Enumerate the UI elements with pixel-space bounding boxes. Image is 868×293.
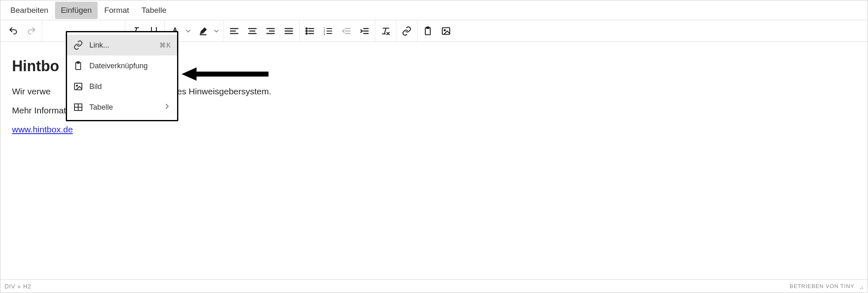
dropdown-item-image[interactable]: Bild	[67, 76, 177, 97]
insert-dropdown: Link... ⌘K Dateiverknüpfung Bild Tabelle	[66, 31, 178, 121]
chevron-right-icon	[163, 102, 171, 113]
dropdown-shortcut: ⌘K	[159, 41, 171, 49]
link-button[interactable]	[399, 23, 415, 39]
outdent-icon	[341, 26, 351, 36]
highlight-icon	[198, 26, 208, 36]
indent-button[interactable]	[357, 23, 372, 39]
dropdown-label: Link...	[89, 41, 153, 50]
paste-button[interactable]	[420, 23, 436, 39]
content-link[interactable]: www.hintbox.de	[12, 125, 73, 134]
menu-bar: Bearbeiten Einfügen Format Tabelle	[0, 0, 868, 20]
undo-button[interactable]	[5, 23, 21, 39]
align-justify-button[interactable]	[281, 23, 297, 39]
image-icon	[73, 81, 84, 92]
element-path[interactable]: DIV » H2	[5, 283, 31, 290]
svg-point-47	[77, 85, 78, 86]
chevron-down-icon	[185, 27, 192, 35]
svg-text:2: 2	[324, 30, 325, 33]
align-right-button[interactable]	[263, 23, 278, 39]
powered-by-label: BETRIEBEN VON TINY	[790, 283, 854, 289]
editor-container: Bearbeiten Einfügen Format Tabelle	[0, 0, 868, 293]
bullet-list-button[interactable]	[302, 23, 318, 39]
text-color-dropdown[interactable]	[184, 23, 193, 39]
outdent-button[interactable]	[338, 23, 354, 39]
align-left-button[interactable]	[226, 23, 242, 39]
menu-table[interactable]: Tabelle	[136, 2, 172, 19]
svg-point-43	[444, 29, 446, 31]
svg-rect-46	[74, 83, 82, 90]
redo-button[interactable]	[24, 23, 39, 39]
bullet-list-icon	[305, 26, 315, 36]
highlight-button[interactable]	[195, 23, 211, 39]
table-icon	[73, 102, 84, 113]
image-icon	[441, 26, 451, 36]
menu-insert[interactable]: Einfügen	[55, 2, 98, 19]
dropdown-label: Dateiverknüpfung	[89, 62, 171, 70]
dropdown-item-table[interactable]: Tabelle	[67, 97, 177, 118]
chevron-down-icon	[213, 27, 220, 35]
align-right-icon	[266, 26, 276, 36]
svg-text:1: 1	[324, 27, 325, 30]
menu-edit[interactable]: Bearbeiten	[5, 2, 54, 19]
redo-icon	[26, 26, 36, 36]
svg-text:3: 3	[324, 33, 325, 36]
clear-format-icon	[381, 26, 391, 36]
svg-rect-42	[442, 28, 450, 34]
link-icon	[402, 26, 412, 36]
align-left-icon	[229, 26, 239, 36]
menu-format[interactable]: Format	[98, 2, 135, 19]
resize-grip-icon[interactable]	[857, 283, 863, 290]
undo-icon	[8, 26, 18, 36]
highlight-dropdown[interactable]	[212, 23, 221, 39]
align-center-icon	[247, 26, 257, 36]
dropdown-label: Tabelle	[89, 103, 157, 112]
paste-icon	[73, 60, 84, 71]
link-icon	[73, 40, 84, 50]
image-button[interactable]	[438, 23, 454, 39]
clear-format-button[interactable]	[378, 23, 393, 39]
status-bar: DIV » H2 BETRIEBEN VON TINY	[0, 279, 868, 293]
dropdown-item-file-link[interactable]: Dateiverknüpfung	[67, 55, 177, 76]
svg-point-21	[306, 33, 307, 34]
svg-rect-6	[200, 34, 206, 35]
paste-icon	[423, 26, 433, 36]
dropdown-label: Bild	[89, 82, 171, 91]
dropdown-item-link[interactable]: Link... ⌘K	[67, 35, 177, 55]
indent-icon	[360, 26, 369, 36]
numbered-list-icon: 123	[323, 26, 333, 36]
align-center-button[interactable]	[245, 23, 260, 39]
svg-point-20	[306, 30, 307, 31]
align-justify-icon	[284, 26, 294, 36]
numbered-list-button[interactable]: 123	[320, 23, 336, 39]
svg-point-19	[306, 28, 307, 29]
